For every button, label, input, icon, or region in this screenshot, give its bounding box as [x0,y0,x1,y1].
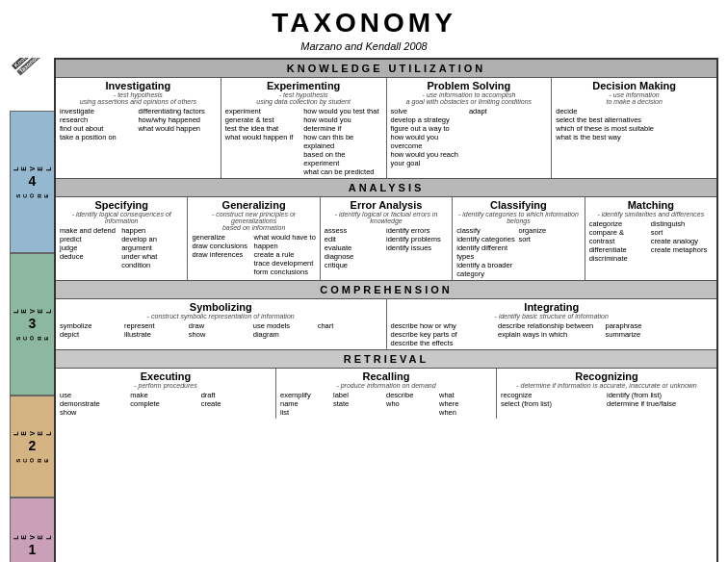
problem-solving-title: Problem Solving [391,80,548,91]
matching-title: Matching [589,199,713,211]
experimenting-col: Experimenting - test hypothesisusing dat… [221,78,387,178]
error-analysis-col: Error Analysis - identify logical or fac… [321,197,453,280]
executing-items: use demonstrate show [60,391,130,417]
executing-subitems: make complete [130,391,200,417]
symbolizing-col: Symbolizing - construct symbolic represe… [56,299,387,349]
level3-label: LEVEL [13,308,53,314]
experimenting-title: Experimenting [225,80,382,91]
investigating-desc: - test hypothesisusing assertions and op… [60,91,217,105]
experimenting-desc: - test hypothesisusing data collection b… [225,91,382,105]
level1-label: LEVEL [13,534,53,540]
decision-making-title: Decision Making [556,80,713,91]
classifying-col: Classifying - identify categories to whi… [453,197,585,280]
recalling-subitems2: describe who [386,391,439,417]
recognizing-col: Recognizing - determine if information i… [497,369,716,419]
generalizing-title: Generalizing [192,199,315,211]
recognizing-items: recognize select (from list) [501,391,607,408]
executing-title: Executing [60,370,272,382]
classifying-title: Classifying [456,199,580,211]
level1-indicator: LEVEL 1 SCORE [10,498,54,562]
generalizing-items: generalize draw conclusions draw inferen… [192,233,253,276]
symbolizing-items: symbolize depict [60,321,124,339]
integrating-desc: - identify basic structure of informatio… [391,313,714,319]
generalizing-desc: - construct new principles or generaliza… [192,211,315,231]
integrating-title: Integrating [391,301,714,313]
recognizing-title: Recognizing [501,370,713,382]
investigating-title: Investigating [60,80,217,91]
level2-number: 2 [29,438,37,453]
symbolizing-subitems3: use models diagram [253,321,318,339]
score4-label: SCORE [15,192,50,198]
level3-indicator: LEVEL 3 SCORE [10,253,54,396]
problem-solving-items: solve develop a strategy figure out a wa… [391,107,469,167]
specifying-title: Specifying [60,199,183,211]
error-analysis-title: Error Analysis [325,199,448,211]
symbolizing-desc: - construct symbolic representation of i… [60,313,382,319]
recalling-items: exemplify name list [280,391,333,417]
comprehension-section: COMPREHENSION Symbolizing - construct sy… [56,281,716,350]
decision-making-col: Decision Making - use informationto make… [552,78,716,178]
level4-indicator: LEVEL 4 SCORE [10,111,54,253]
integrating-subitems2: paraphrase summarize [606,321,714,347]
investigating-col: Investigating - test hypothesisusing ass… [56,78,221,178]
page: TAXONOMY Marzano and Kendall 2008 Knowle… [0,0,728,562]
matching-desc: - identify similarities and differences [589,211,713,217]
diagonal-label: Knowledge Taxonomy 2008 [12,58,54,77]
problem-solving-col: Problem Solving - use information to acc… [387,78,553,178]
level3-number: 3 [29,316,37,331]
matching-col: Matching - identify similarities and dif… [585,197,716,280]
recognizing-desc: - determine if information is accurate, … [501,382,713,389]
integrating-subitems: describe relationship between explain wa… [498,321,606,347]
symbolizing-subitems2: draw show [189,321,253,339]
level2-indicator: LEVEL 2 SCORE [10,396,54,498]
knowledge-utilization-section: KNOWLEDGE UTILIZATION Investigating - te… [56,60,716,179]
knowledge-utilization-header: KNOWLEDGE UTILIZATION [56,60,716,78]
subtitle: Marzano and Kendall 2008 [10,40,718,52]
problem-solving-desc: - use information to accomplisha goal wi… [391,91,548,105]
level4-label: LEVEL [13,166,53,171]
level2-label: LEVEL [13,430,53,436]
specifying-subitems: happen develop an argument under what co… [121,226,183,269]
classifying-items: classify identify categories identify di… [456,226,518,278]
classifying-subitems: organize sort [518,226,580,278]
score2-label: SCORE [15,457,50,463]
executing-subitems2: draft create [201,391,272,417]
recognizing-subitems: identify (from list) determine if true/f… [607,391,713,408]
main-title: TAXONOMY [10,8,718,38]
retrieval-section: RETRIEVAL Executing - perform procedures… [56,350,716,419]
specifying-desc: - identify logical consequences of infor… [60,211,183,224]
decision-making-items: decide select the best alternatives whic… [556,107,713,141]
generalizing-subitems: what would have to happen create a rule … [254,233,316,276]
experimenting-items: experiment generate & test test the idea… [225,107,303,176]
symbolizing-subitems: represent illustrate [124,321,189,339]
recalling-col: Recalling - produce information on deman… [276,369,497,419]
level4-number: 4 [29,173,37,189]
error-analysis-desc: - identify logical or factual errors in … [325,211,448,224]
error-analysis-subitems: identify errors identify problems identi… [386,226,448,269]
recalling-desc: - produce information on demand [280,382,492,389]
retrieval-header: RETRIEVAL [56,350,716,369]
integrating-col: Integrating - identify basic structure o… [387,299,717,349]
decision-making-desc: - use informationto make a decision [556,91,713,105]
recalling-subitems3: what where when [439,391,492,417]
problem-solving-subitems: adapt [469,107,547,167]
executing-desc: - perform procedures [60,382,272,389]
specifying-items: make and defend predict judge deduce [60,226,121,269]
investigating-items: investigate research find out about take… [60,107,138,141]
matching-subitems: distinguish sort create analogy create m… [651,219,713,263]
score3-label: SCORE [15,335,50,341]
comprehension-header: COMPREHENSION [56,281,716,299]
analysis-header: ANALYSIS [56,179,716,197]
symbolizing-title: Symbolizing [60,301,382,313]
analysis-section: ANALYSIS Specifying - identify logical c… [56,179,716,281]
error-analysis-items: assess edit evaluate diagnose critique [325,226,386,269]
experimenting-subitems: how would you test that how would you de… [303,107,381,176]
generalizing-col: Generalizing - construct new principles … [188,197,320,280]
investigating-subitems: differentiating factors how/why happened… [138,107,216,141]
symbolizing-subitems4: chart [318,321,382,339]
level1-number: 1 [29,542,37,557]
integrating-items: describe how or why describe key parts o… [391,321,499,347]
executing-col: Executing - perform procedures use demon… [56,369,276,419]
classifying-desc: - identify categories to which informati… [456,211,580,224]
recalling-title: Recalling [280,370,492,382]
